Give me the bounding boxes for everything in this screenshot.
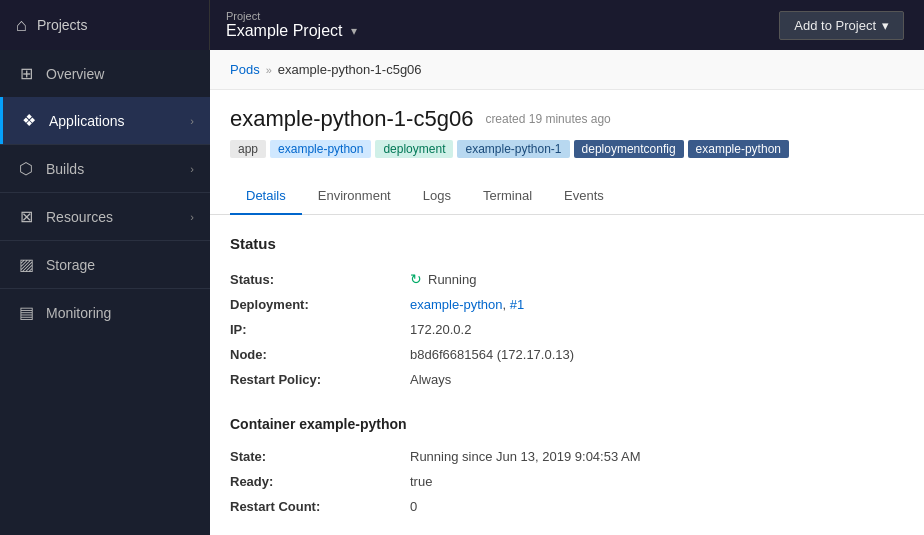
detail-row-deployment: Deployment: example-python, #1 xyxy=(230,292,904,317)
breadcrumb: Pods » example-python-1-c5g06 xyxy=(210,50,924,90)
tag-deployment[interactable]: deployment xyxy=(375,140,453,158)
detail-row-restart-count: Restart Count: 0 xyxy=(230,494,904,519)
breadcrumb-separator: » xyxy=(266,64,272,76)
tabs: Details Environment Logs Terminal Events xyxy=(210,178,924,215)
main-layout: ⊞ Overview ❖ Applications › ⬡ Builds › ⊠… xyxy=(0,50,924,535)
status-label: Status: xyxy=(230,272,410,287)
project-sublabel: Project xyxy=(226,10,763,22)
tab-terminal[interactable]: Terminal xyxy=(467,178,548,215)
detail-row-status: Status: ↻ Running xyxy=(230,266,904,292)
status-detail-table: Status: ↻ Running Deployment: example-py… xyxy=(230,266,904,392)
sidebar-item-builds[interactable]: ⬡ Builds › xyxy=(0,145,210,192)
ready-value: true xyxy=(410,474,432,489)
sidebar-item-storage[interactable]: ▨ Storage xyxy=(0,241,210,288)
tab-events[interactable]: Events xyxy=(548,178,620,215)
overview-icon: ⊞ xyxy=(16,64,36,83)
node-value: b8d6f6681564 (172.17.0.13) xyxy=(410,347,574,362)
projects-label: Projects xyxy=(37,17,88,33)
applications-icon: ❖ xyxy=(19,111,39,130)
resources-icon: ⊠ xyxy=(16,207,36,226)
sidebar-item-overview[interactable]: ⊞ Overview xyxy=(0,50,210,97)
tags-row: app example-python deployment example-py… xyxy=(230,140,904,158)
detail-row-state: State: Running since Jun 13, 2019 9:04:5… xyxy=(230,444,904,469)
top-bar: ⌂ Projects Project Example Project ▾ Add… xyxy=(0,0,924,50)
deployment-value: example-python, #1 xyxy=(410,297,524,312)
status-section-title: Status xyxy=(230,235,904,252)
chevron-right-icon: › xyxy=(190,115,194,127)
add-to-project-chevron-icon: ▾ xyxy=(882,18,889,33)
tag-example-python[interactable]: example-python xyxy=(270,140,371,158)
restart-count-value: 0 xyxy=(410,499,417,514)
pod-created: created 19 minutes ago xyxy=(485,112,610,126)
sidebar-item-label: Applications xyxy=(49,113,125,129)
tag-example-python-1[interactable]: example-python-1 xyxy=(457,140,569,158)
restart-count-label: Restart Count: xyxy=(230,499,410,514)
monitoring-icon: ▤ xyxy=(16,303,36,322)
project-name: Example Project xyxy=(226,22,343,40)
projects-nav[interactable]: ⌂ Projects xyxy=(0,0,210,50)
restart-policy-label: Restart Policy: xyxy=(230,372,410,387)
container-section-title: Container example-python xyxy=(230,416,904,432)
sidebar-item-label: Builds xyxy=(46,161,84,177)
home-icon: ⌂ xyxy=(16,15,27,36)
detail-row-restart-policy: Restart Policy: Always xyxy=(230,367,904,392)
tag-example-python-2[interactable]: example-python xyxy=(688,140,789,158)
sidebar-item-resources[interactable]: ⊠ Resources › xyxy=(0,193,210,240)
container-detail-table: State: Running since Jun 13, 2019 9:04:5… xyxy=(230,444,904,519)
add-to-project-button[interactable]: Add to Project ▾ xyxy=(779,11,904,40)
state-value: Running since Jun 13, 2019 9:04:53 AM xyxy=(410,449,641,464)
tag-deploymentconfig[interactable]: deploymentconfig xyxy=(574,140,684,158)
ip-label: IP: xyxy=(230,322,410,337)
breadcrumb-pods-link[interactable]: Pods xyxy=(230,62,260,77)
pod-title: example-python-1-c5g06 xyxy=(230,106,473,132)
details-content: Status Status: ↻ Running Deployment: exa… xyxy=(210,215,924,535)
restart-policy-value: Always xyxy=(410,372,451,387)
detail-row-ip: IP: 172.20.0.2 xyxy=(230,317,904,342)
node-label: Node: xyxy=(230,347,410,362)
content-area: Pods » example-python-1-c5g06 example-py… xyxy=(210,50,924,535)
running-icon: ↻ xyxy=(410,271,422,287)
pod-header: example-python-1-c5g06 created 19 minute… xyxy=(210,90,924,170)
ready-label: Ready: xyxy=(230,474,410,489)
project-selector[interactable]: Project Example Project ▾ xyxy=(210,10,779,40)
chevron-right-icon: › xyxy=(190,163,194,175)
tab-environment[interactable]: Environment xyxy=(302,178,407,215)
tag-app[interactable]: app xyxy=(230,140,266,158)
deployment-label: Deployment: xyxy=(230,297,410,312)
chevron-right-icon: › xyxy=(190,211,194,223)
project-chevron-icon: ▾ xyxy=(351,24,357,38)
detail-row-ready: Ready: true xyxy=(230,469,904,494)
deployment-link-1[interactable]: example-python xyxy=(410,297,503,312)
tab-details[interactable]: Details xyxy=(230,178,302,215)
breadcrumb-current: example-python-1-c5g06 xyxy=(278,62,422,77)
sidebar-item-label: Overview xyxy=(46,66,104,82)
storage-icon: ▨ xyxy=(16,255,36,274)
sidebar: ⊞ Overview ❖ Applications › ⬡ Builds › ⊠… xyxy=(0,50,210,535)
ip-value: 172.20.0.2 xyxy=(410,322,471,337)
sidebar-item-label: Monitoring xyxy=(46,305,111,321)
sidebar-item-label: Resources xyxy=(46,209,113,225)
status-text: Running xyxy=(428,272,476,287)
sidebar-item-label: Storage xyxy=(46,257,95,273)
deployment-separator: , xyxy=(503,297,510,312)
deployment-link-2[interactable]: #1 xyxy=(510,297,524,312)
builds-icon: ⬡ xyxy=(16,159,36,178)
pod-title-row: example-python-1-c5g06 created 19 minute… xyxy=(230,106,904,132)
tab-logs[interactable]: Logs xyxy=(407,178,467,215)
add-to-project-label: Add to Project xyxy=(794,18,876,33)
sidebar-item-applications[interactable]: ❖ Applications › xyxy=(0,97,210,144)
state-label: State: xyxy=(230,449,410,464)
status-value: ↻ Running xyxy=(410,271,476,287)
sidebar-item-monitoring[interactable]: ▤ Monitoring xyxy=(0,289,210,336)
detail-row-node: Node: b8d6f6681564 (172.17.0.13) xyxy=(230,342,904,367)
